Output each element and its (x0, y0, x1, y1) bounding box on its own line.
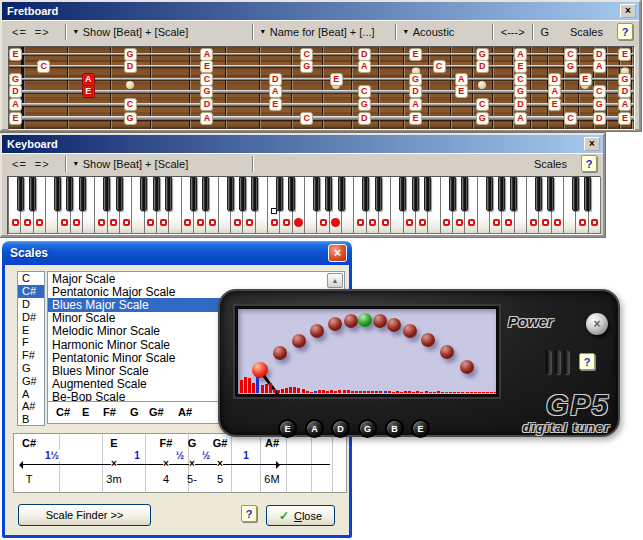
close-button[interactable]: ✓ Close (266, 505, 335, 526)
piano-black-key[interactable] (461, 177, 468, 211)
fret-note-marker[interactable]: A (548, 85, 561, 98)
piano-black-key[interactable] (103, 177, 110, 211)
piano-black-key[interactable] (190, 177, 197, 211)
help-icon[interactable]: ? (241, 505, 257, 522)
fret-note-marker[interactable]: D (409, 85, 422, 98)
fret-note-marker[interactable]: A (618, 98, 631, 111)
fret-note-marker[interactable]: C (200, 73, 213, 86)
fret-note-marker[interactable]: E (409, 112, 422, 125)
fret-note-marker[interactable]: D (200, 98, 213, 111)
next-beat-button[interactable]: => (35, 26, 50, 38)
fret-note-marker[interactable]: D (358, 112, 371, 125)
root-list-item[interactable]: B (18, 413, 44, 426)
prev-beat-button[interactable]: <= (12, 26, 27, 38)
piano-black-key[interactable] (17, 177, 24, 211)
fret-note-marker[interactable]: D (593, 112, 606, 125)
tuner-string-button[interactable]: E (278, 419, 297, 438)
open-note-marker[interactable]: A (9, 98, 22, 111)
fret-note-marker[interactable]: G (409, 73, 422, 86)
fret-note-marker[interactable]: C (124, 98, 137, 111)
piano-black-key[interactable] (251, 177, 258, 211)
piano-black-key[interactable] (338, 177, 345, 211)
piano-black-key[interactable] (140, 177, 147, 211)
fret-note-marker[interactable]: C (300, 112, 313, 125)
piano-black-key[interactable] (449, 177, 456, 211)
guitar-string[interactable] (9, 78, 634, 80)
fret-note-marker[interactable]: D (476, 60, 489, 73)
piano-black-key[interactable] (572, 177, 579, 211)
fret-note-marker[interactable]: C (514, 73, 527, 86)
fret-note-marker[interactable]: C (37, 60, 50, 73)
root-list-item[interactable]: F# (18, 349, 44, 362)
fret-note-marker[interactable]: D (548, 73, 561, 86)
piano-black-key[interactable] (227, 177, 234, 211)
fret-note-marker[interactable]: G (124, 48, 137, 61)
help-icon[interactable]: ? (617, 23, 633, 40)
guitar-string[interactable] (9, 90, 634, 93)
tuner-string-button[interactable]: A (305, 419, 324, 438)
root-list-item[interactable]: A# (18, 400, 44, 413)
name-mode-dropdown[interactable]: Name for [Beat] + [...] (270, 26, 388, 38)
fret-note-marker[interactable]: A (593, 60, 606, 73)
piano-black-key[interactable] (399, 177, 406, 211)
fret-note-marker[interactable]: E (269, 98, 282, 111)
guitar-string[interactable] (9, 103, 634, 106)
fret-note-marker[interactable]: C (476, 98, 489, 111)
show-mode-dropdown[interactable]: Show [Beat] + [Scale] (83, 26, 245, 38)
fret-note-marker[interactable]: E (200, 60, 213, 73)
fret-note-marker[interactable]: E (409, 48, 422, 61)
beat-note-marker[interactable]: E (82, 85, 95, 98)
root-list-item[interactable]: G (18, 362, 44, 375)
root-list-item[interactable]: G# (18, 374, 44, 387)
prev-beat-button[interactable]: <= (12, 158, 27, 170)
root-list-item[interactable]: C (18, 272, 44, 285)
key-indicator[interactable]: G (541, 26, 550, 38)
fret-note-marker[interactable]: D (593, 48, 606, 61)
open-note-marker[interactable]: E (9, 48, 22, 61)
fret-note-marker[interactable]: E (618, 112, 631, 125)
tuner-string-button[interactable]: E (411, 419, 430, 438)
tuner-window[interactable]: Power × ? GP5 digital tuner EADGBE (218, 289, 620, 437)
piano-keys-panel[interactable] (7, 176, 601, 235)
show-mode-dropdown[interactable]: Show [Beat] + [Scale] (83, 158, 245, 170)
piano-black-key[interactable] (486, 177, 493, 211)
fret-note-marker[interactable]: A (514, 112, 527, 125)
scroll-up-icon[interactable]: ▲ (327, 273, 343, 288)
tuner-string-button[interactable]: D (331, 419, 350, 438)
fret-note-marker[interactable]: G (593, 98, 606, 111)
fret-note-marker[interactable]: G (476, 48, 489, 61)
root-list-item[interactable]: C# (18, 285, 44, 298)
piano-black-key[interactable] (424, 177, 431, 211)
piano-black-key[interactable] (362, 177, 369, 211)
piano-black-key[interactable] (535, 177, 542, 211)
fret-note-marker[interactable]: C (358, 85, 371, 98)
fret-note-marker[interactable]: E (514, 60, 527, 73)
piano-black-key[interactable] (116, 177, 123, 211)
fret-note-marker[interactable]: D (514, 98, 527, 111)
piano-black-key[interactable] (66, 177, 73, 211)
fret-note-marker[interactable]: D (358, 48, 371, 61)
scales-titlebar[interactable]: Scales × (2, 241, 352, 265)
fret-note-marker[interactable]: A (514, 48, 527, 61)
fretboard-titlebar[interactable]: Fretboard × (2, 2, 639, 20)
fret-note-marker[interactable]: E (579, 73, 592, 86)
piano-black-key[interactable] (276, 177, 283, 211)
piano-black-key[interactable] (79, 177, 86, 211)
piano-black-key[interactable] (29, 177, 36, 211)
fret-note-marker[interactable]: G (300, 60, 313, 73)
fret-note-marker[interactable]: G (564, 60, 577, 73)
scale-finder-button[interactable]: Scale Finder >> (18, 504, 151, 526)
fret-note-marker[interactable]: G (358, 98, 371, 111)
fret-note-marker[interactable]: E (548, 98, 561, 111)
piano-black-key[interactable] (239, 177, 246, 211)
tuner-close-button[interactable]: × (586, 313, 608, 335)
piano-black-key[interactable] (313, 177, 320, 211)
piano-black-key[interactable] (288, 177, 295, 211)
scales-link[interactable]: Scales (570, 26, 603, 38)
fret-note-marker[interactable]: C (433, 60, 446, 73)
piano-black-key[interactable] (165, 177, 172, 211)
stretch-control[interactable]: <---> (501, 26, 525, 38)
fret-note-marker[interactable]: A (269, 85, 282, 98)
fretboard-close-button[interactable]: × (620, 4, 636, 18)
scale-list-item[interactable]: Major Scale (48, 272, 344, 285)
